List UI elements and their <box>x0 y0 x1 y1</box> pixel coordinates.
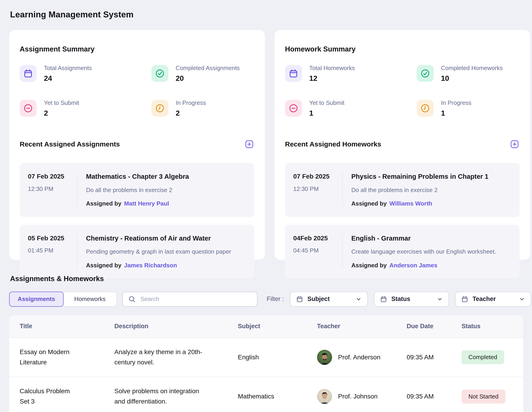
avatar <box>317 350 332 365</box>
teacher-name: Prof. Anderson <box>338 354 380 361</box>
col-subject: Subject <box>238 323 317 330</box>
check-circle-icon <box>152 65 168 82</box>
plus-square-icon <box>510 139 520 149</box>
stat-value: 12 <box>309 74 355 82</box>
calendar-icon <box>285 65 302 82</box>
search-icon <box>128 295 136 303</box>
homework-item-datecol: 07 Feb 2025 12:30 PM <box>293 173 343 207</box>
col-teacher: Teacher <box>317 323 407 330</box>
stat-completed-homeworks: Completed Homeworks 10 <box>417 65 520 82</box>
col-description: Description <box>114 323 238 330</box>
stat-yet-to-submit: Yet to Submit 1 <box>285 99 417 117</box>
stat-in-progress: In Progress 1 <box>417 99 520 117</box>
homework-time: 04:45 PM <box>293 247 342 254</box>
row-description: Solve problems on integration and differ… <box>114 386 204 407</box>
stat-text: Completed Homeworks 10 <box>441 65 503 82</box>
stat-label: Yet to Submit <box>309 99 344 107</box>
assigner-link[interactable]: Matt Henry Paul <box>124 200 169 207</box>
stat-value: 2 <box>176 109 206 117</box>
assignment-item: 05 Feb 2025 01:45 PM Chemistry - Reation… <box>20 225 254 279</box>
stat-value: 2 <box>44 109 79 117</box>
stat-value: 24 <box>44 74 92 82</box>
homework-title: English - Grammar <box>351 234 496 242</box>
stat-label: Yet to Submit <box>44 99 79 107</box>
status-filter-dropdown[interactable]: Status <box>374 292 449 307</box>
chevron-down-icon <box>519 296 525 302</box>
avatar <box>317 389 332 404</box>
row-teacher: Prof. Anderson <box>317 350 407 365</box>
assigner-link[interactable]: Anderson James <box>390 262 437 269</box>
stat-label: Total Assignments <box>44 65 92 72</box>
search-input[interactable] <box>140 295 252 303</box>
teacher-filter-label: Teacher <box>473 295 496 303</box>
stat-text: In Progress 2 <box>176 99 206 117</box>
stat-yet-to-submit: Yet to Submit 2 <box>20 99 152 117</box>
stat-label: In Progress <box>176 99 206 107</box>
stat-in-progress: In Progress 2 <box>152 99 254 117</box>
assigner-link[interactable]: Williams Worth <box>390 200 432 207</box>
row-due-date: 09:35 AM <box>407 354 462 361</box>
check-circle-icon <box>417 65 434 82</box>
stat-text: Yet to Submit 1 <box>309 99 344 117</box>
table-header: Title Description Subject Teacher Due Da… <box>9 315 523 338</box>
minus-circle-icon <box>285 100 302 117</box>
homework-stats: Total Homeworks 12 Completed Homeworks 1… <box>285 65 520 118</box>
minus-circle-icon <box>20 100 37 117</box>
recent-assignments-header: Recent Assigned Assignments <box>20 133 254 155</box>
stat-label: Completed Assignments <box>176 65 240 72</box>
assignment-summary-title: Assignment Summary <box>20 45 254 53</box>
assignment-item-main: Mathematics - Chapter 3 Algebra Do all t… <box>77 173 189 207</box>
status-badge: Completed <box>462 350 504 364</box>
tab-homeworks[interactable]: Homeworks <box>63 292 117 306</box>
row-description: Analyze a key theme in a 20th-century no… <box>114 347 204 368</box>
row-subject: English <box>238 354 317 361</box>
assignment-date: 07 Feb 2025 <box>28 173 77 180</box>
homework-description: Create language exercises with our Engli… <box>351 248 496 255</box>
assignment-item-datecol: 07 Feb 2025 12:30 PM <box>28 173 77 207</box>
assigned-by-label: Assigned by <box>351 262 387 269</box>
filter-label: Filter : <box>267 295 284 303</box>
homework-item: 04Feb 2025 04:45 PM English - Grammar Cr… <box>285 225 520 279</box>
assigned-by-label: Assigned by <box>86 200 122 207</box>
homework-summary-card: Homework Summary Total Homeworks 12 <box>275 30 530 260</box>
stat-text: Completed Assignments 20 <box>176 65 240 82</box>
assignment-item-main: Chemistry - Reationsm of Air and Water P… <box>77 234 231 269</box>
assignment-summary-card: Assignment Summary Total Assignments 24 <box>9 30 265 260</box>
lms-dashboard: Learning Management System Assignment Su… <box>0 10 532 412</box>
calendar-icon <box>461 295 468 303</box>
status-badge: Not Started <box>462 390 505 403</box>
row-due-date: 09:35 AM <box>407 393 462 400</box>
add-homework-button[interactable] <box>510 139 520 149</box>
assignments-table: Title Description Subject Teacher Due Da… <box>9 315 523 412</box>
stat-text: Yet to Submit 2 <box>44 99 79 117</box>
calendar-icon <box>380 295 387 303</box>
row-status: Not Started <box>462 390 523 403</box>
calendar-icon <box>20 65 37 82</box>
homework-time: 12:30 PM <box>293 185 342 193</box>
homework-item-main: English - Grammar Create language exerci… <box>343 234 496 269</box>
row-status: Completed <box>462 350 523 364</box>
assignment-stats: Total Assignments 24 Completed Assignmen… <box>20 65 254 118</box>
table-row[interactable]: Calculus Problem Set 3 Solve problems on… <box>9 377 523 412</box>
homework-item: 07 Feb 2025 12:30 PM Physics - Remaining… <box>285 163 520 217</box>
table-row[interactable]: Essay on Modern Literature Analyze a key… <box>9 338 523 377</box>
subject-filter-dropdown[interactable]: Subject <box>290 292 368 307</box>
clock-icon <box>417 100 434 117</box>
assigned-by-label: Assigned by <box>86 262 122 269</box>
assignment-item: 07 Feb 2025 12:30 PM Mathematics - Chapt… <box>20 163 254 217</box>
add-assignment-button[interactable] <box>244 139 254 149</box>
homework-description: Do all the problems in exercise 2 <box>351 186 489 194</box>
row-title: Calculus Problem Set 3 <box>20 386 77 407</box>
assignment-description: Pending geometry & graph in last exam qu… <box>86 248 231 255</box>
controls-row: Assignments Homeworks Filter : Subject S… <box>9 291 530 307</box>
assignment-description: Do all the problems in exercise 2 <box>86 186 189 194</box>
assigner-link[interactable]: James Richardson <box>124 262 177 269</box>
assignment-title: Mathematics - Chapter 3 Algebra <box>86 173 189 181</box>
stat-value: 10 <box>441 74 503 82</box>
subject-filter-label: Subject <box>307 295 330 303</box>
homework-assigned-by: Assigned byAnderson James <box>351 262 496 269</box>
tab-assignments[interactable]: Assignments <box>9 292 64 307</box>
teacher-filter-dropdown[interactable]: Teacher <box>455 292 531 307</box>
homework-item-main: Physics - Remaining Problems in Chapter … <box>343 173 489 207</box>
stat-total-assignments: Total Assignments 24 <box>20 65 152 82</box>
